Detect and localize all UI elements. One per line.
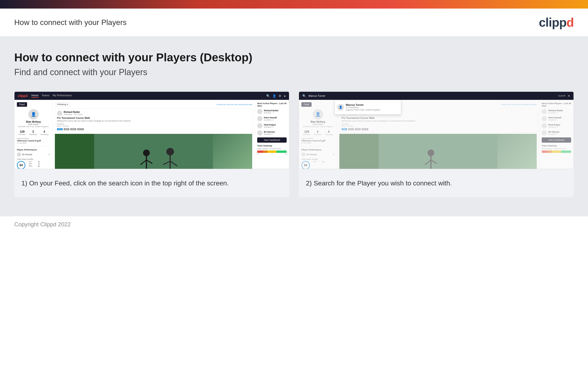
sr-club: Cypress Point Club, United Kingdom <box>346 109 380 111</box>
quality-label: Total Player Quality <box>17 158 50 160</box>
feed-tab[interactable]: Feed <box>17 102 27 107</box>
following-row: Following ▾ Control who can see your act… <box>55 102 252 107</box>
ap-avatar-2 <box>257 116 263 121</box>
left-panel-2: Feed 👤 Blair McHarg Golf Coach Mill Ride… <box>299 100 337 169</box>
tag-arg: ARG <box>70 128 76 130</box>
player-performance-title: Player Performance <box>17 148 50 151</box>
right-panel-1: Most Active Players - Last 30 days Richa… <box>255 100 289 169</box>
section-title: How to connect with your Players (Deskto… <box>14 51 574 64</box>
search-input[interactable]: Marcus Turner <box>308 94 556 97</box>
golf-image-1 <box>55 134 252 169</box>
player-select-2: Eli Vincent ▾ <box>301 152 334 157</box>
latest-activity-label: Latest Activity <box>17 138 50 139</box>
stat-following: 4 Following <box>40 130 48 136</box>
bar-arg: ARG 84 <box>29 165 40 167</box>
caption-2: 2) Search for the Player you wish to con… <box>299 169 574 197</box>
act-meta: Yesterday - The Grove <box>64 113 83 116</box>
following-count-2: 4 <box>325 130 333 133</box>
nav-logo-1: clippd <box>18 94 27 98</box>
ap-avatar-4 <box>257 130 263 136</box>
following-count: 4 <box>40 130 48 133</box>
team-dashboard-button-2[interactable]: Team Dashboard <box>542 138 571 143</box>
player-select[interactable]: Eli Vincent ▾ <box>17 152 50 157</box>
avatar-icon[interactable]: ● <box>284 94 286 98</box>
golf-image-2 <box>339 134 537 169</box>
profile-section-2: 👤 Blair McHarg Golf Coach Mill Ride Golf… <box>301 109 334 128</box>
heatmap-labels: -5 +5 <box>257 153 287 155</box>
search-bar-overlay: 🔍 Marcus Turner CLEAR ✕ <box>299 92 573 100</box>
profile-icon[interactable]: 👤 <box>272 94 276 98</box>
sr-name: Marcus Turner <box>346 103 380 106</box>
ap-name-1: Richard Butler <box>264 109 279 112</box>
copyright-text: Copyright Clippd 2022 <box>14 221 70 228</box>
app-body-1: Feed 👤 Blair McHarg Golf Coach Mill Ride… <box>15 100 289 169</box>
search-result-item-1[interactable]: 👤 Marcus Turner 1.5 Handicap Cypress Poi… <box>337 102 398 112</box>
ap-name-3: Hiral Pujara <box>264 124 276 126</box>
active-player-4: Eli Vincent Activities: 1 <box>257 130 287 136</box>
header: How to connect with your Players clippd <box>0 9 588 37</box>
close-icon[interactable]: ✕ <box>568 94 570 98</box>
team-heatmap-title: Team Heatmap <box>257 145 287 147</box>
svg-point-16 <box>428 149 434 156</box>
bar-ott: OTT 79 <box>29 161 40 163</box>
section-subtitle: Find and connect with your Players <box>14 67 574 77</box>
ap-avatar-1 <box>257 109 263 114</box>
followers-count-2: 3 <box>314 130 322 133</box>
score-bars: OTT 79 APP <box>29 161 40 167</box>
nav-home[interactable]: Home <box>31 94 38 98</box>
player-performance-section-2: Player Performance Eli Vincent ▾ Total P… <box>301 147 334 169</box>
score-circle-2: 84 <box>301 161 310 169</box>
chevron-down-icon-2: ▾ <box>333 153 334 156</box>
svg-point-8 <box>167 148 174 156</box>
team-dashboard-button[interactable]: Team Dashboard <box>257 138 287 143</box>
ap-activities-2: Activities: 4 <box>264 119 277 121</box>
main-content: How to connect with your Players (Deskto… <box>0 37 588 216</box>
sr-avatar: 👤 <box>337 104 344 110</box>
heatmap-subtitle: Player Quality - 20 Round Trend <box>257 148 287 149</box>
heatmap-bar <box>257 150 287 153</box>
profile-section: 👤 Blair McHarg Golf Coach Mill Ride Golf… <box>17 109 50 128</box>
mock-app-2: 🔍 Marcus Turner CLEAR ✕ 👤 Marcus Turner … <box>299 92 574 169</box>
most-active-title: Most Active Players - Last 30 days <box>257 102 287 107</box>
nav-teams[interactable]: Teams <box>42 94 49 98</box>
chevron-down-icon: ▾ <box>49 153 50 156</box>
feed-tab-2: Feed <box>301 102 312 107</box>
tag-app: APP <box>64 128 69 130</box>
top-gradient-bar <box>0 0 588 9</box>
caption-1: 1) On your Feed, click on the search ico… <box>14 169 289 197</box>
profile-stats: 129 Activities 3 Followers 4 Following <box>17 130 50 136</box>
profile-stats-2: 129 Activities 3 Followers 4 Following <box>301 130 334 136</box>
profile-role: Golf Coach <box>17 123 50 126</box>
profile-name-2: Blair McHarg <box>301 120 334 123</box>
nav-icons-1: 🔍 👤 ⚙ ● <box>266 94 286 98</box>
control-link[interactable]: Control who can see your activity and da… <box>216 103 252 106</box>
stat-activities: 129 Activities <box>18 130 26 136</box>
player-name-sm: Eli Vincent <box>22 153 48 156</box>
player-performance-section: Player Performance Eli Vincent ▾ Total P… <box>17 147 50 169</box>
mock-app-1: clippd Home Teams My Performance 🔍 👤 ⚙ ● <box>14 92 289 169</box>
settings-icon[interactable]: ⚙ <box>279 94 281 98</box>
active-player-2: Piers Parnell Activities: 4 <box>257 116 287 121</box>
ap-avatar-3 <box>257 123 263 128</box>
svg-rect-14 <box>379 134 498 169</box>
stat-followers-2: 3 Followers <box>314 130 322 136</box>
search-icon[interactable]: 🔍 <box>266 94 270 98</box>
svg-rect-0 <box>94 134 213 169</box>
app-nav-1: clippd Home Teams My Performance 🔍 👤 ⚙ ● <box>15 92 289 100</box>
sr-handicap: 1.5 Handicap <box>346 106 380 109</box>
footer: Copyright Clippd 2022 <box>0 216 588 232</box>
ap-activities-1: Activities: 7 <box>264 112 279 114</box>
following-label: Following <box>40 133 48 136</box>
act-duration-label: Duration <box>57 123 250 125</box>
act-avatar-1 <box>57 110 62 116</box>
nav-my-performance[interactable]: My Performance <box>53 94 72 98</box>
latest-activity-name: Afternoon round of golf <box>17 139 50 142</box>
following-button[interactable]: Following ▾ <box>55 102 70 107</box>
ap-activities-3: Activities: 3 <box>264 126 276 128</box>
clear-button[interactable]: CLEAR <box>558 95 565 97</box>
right-panel-2: Most Active Players - Last 30 days Richa… <box>539 100 573 169</box>
screenshot-card-1: clippd Home Teams My Performance 🔍 👤 ⚙ ● <box>14 92 289 197</box>
tag-putt: PUTT <box>77 128 84 130</box>
activities-count-2: 129 <box>303 130 311 133</box>
player-avatar-sm <box>17 152 21 157</box>
